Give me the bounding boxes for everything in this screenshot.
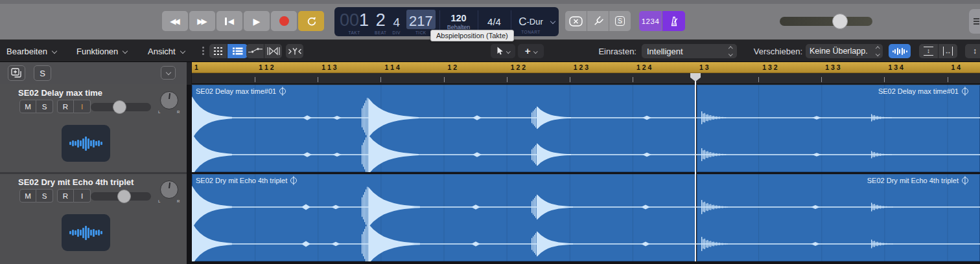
- mode-buttons: S: [565, 11, 631, 31]
- track-header-1[interactable]: SE02 Delay max time M S R I L R: [0, 85, 187, 172]
- key-signature-display[interactable]: C-Dur TONART: [511, 7, 551, 36]
- drag-dropdown[interactable]: Keine Überlapp.: [806, 44, 883, 58]
- header-options-button[interactable]: [161, 66, 176, 80]
- logic-pro-window: ◀◀ ▶▶ ◀ ▶ 001 TAKT 2 BEAT: [0, 0, 980, 264]
- pan-left-label: L: [158, 199, 160, 203]
- ruler-label: 1: [194, 63, 198, 71]
- track-volume-thumb[interactable]: [113, 100, 126, 114]
- input-monitor-button[interactable]: I: [74, 189, 91, 203]
- horizontal-zoom-icon: ↔: [943, 47, 953, 56]
- tick-value-selected: 217: [406, 10, 436, 29]
- position-beat-group[interactable]: 2 BEAT: [375, 10, 387, 35]
- solo-icon: S: [615, 16, 625, 26]
- record-enable-button[interactable]: R: [57, 100, 74, 113]
- tuning-fork-icon: [592, 15, 605, 28]
- track-header-2[interactable]: SE02 Dry mit Echo 4th triplet M S R I L …: [0, 174, 187, 261]
- pan-left-label: L: [158, 110, 160, 114]
- solo-button[interactable]: S: [36, 100, 53, 113]
- master-volume-thumb[interactable]: [832, 14, 848, 29]
- chevron-down-icon: [533, 49, 537, 53]
- follow-tempo-icon: [962, 177, 968, 184]
- command-click-tool-selector[interactable]: +: [518, 44, 544, 58]
- play-button[interactable]: ▶: [244, 11, 270, 31]
- list-editors-button[interactable]: [969, 9, 980, 34]
- grid-view-button[interactable]: [209, 44, 227, 58]
- x-badge-icon: [569, 16, 583, 27]
- position-bar-group[interactable]: 001 TAKT: [340, 10, 369, 35]
- track-name[interactable]: SE02 Delay max time: [18, 88, 102, 98]
- menu-ansicht[interactable]: Ansicht: [148, 44, 185, 58]
- left-click-tool-selector[interactable]: [491, 44, 515, 58]
- flex-button[interactable]: [264, 44, 282, 58]
- waveform-zoom-button[interactable]: [889, 44, 911, 58]
- catch-icon: [288, 47, 302, 56]
- chevron-down-icon: [52, 49, 57, 54]
- vertical-auto-zoom-button[interactable]: ↕: [965, 44, 980, 58]
- transport-controls: ◀◀ ▶▶ ◀ ▶: [162, 11, 324, 31]
- ruler-label: 1 3 3: [825, 63, 840, 71]
- lcd-options-chevron-icon[interactable]: [550, 19, 555, 24]
- ruler-tick: [821, 77, 822, 82]
- track-lane-1: SE02 Delay max time#01 SE02 Delay max ti…: [192, 85, 980, 172]
- playhead-line[interactable]: [695, 74, 696, 261]
- pan-knob[interactable]: [160, 91, 178, 109]
- view-mode-switch: [209, 44, 248, 58]
- mute-button[interactable]: M: [19, 189, 36, 203]
- catch-playhead-button[interactable]: [286, 44, 303, 58]
- count-in-button[interactable]: 1234: [639, 11, 662, 31]
- global-solo-button[interactable]: S: [34, 65, 51, 81]
- region-name: SE02 Dry mit Echo 4th triplet: [196, 177, 297, 184]
- ruler-label: 1 4: [951, 63, 961, 71]
- mute-button[interactable]: M: [19, 100, 36, 113]
- forward-button[interactable]: ▶▶: [189, 11, 215, 31]
- snap-label: Einrasten:: [570, 47, 636, 56]
- metronome-button[interactable]: [662, 11, 685, 31]
- solo-mode-button[interactable]: S: [609, 11, 631, 31]
- ruler-label: 1 2: [448, 63, 458, 71]
- menu-bearbeiten[interactable]: Bearbeiten: [6, 44, 56, 58]
- bar-ruler[interactable]: 11 1 21 1 31 1 41 21 2 21 2 31 2 41 31 3…: [192, 62, 980, 73]
- tracks-view-button[interactable]: [228, 44, 248, 58]
- record-icon: [279, 16, 289, 26]
- cycle-button[interactable]: [298, 11, 324, 31]
- horizontal-zoom-button[interactable]: ↔: [939, 44, 957, 58]
- ruler-tick-strip[interactable]: [192, 73, 980, 84]
- ruler-tick: [884, 77, 885, 82]
- automation-button[interactable]: [246, 44, 264, 58]
- position-div-group[interactable]: 4 DIV: [393, 10, 401, 35]
- ruler-tick: [948, 77, 948, 82]
- region-name: SE02 Delay max time#01: [196, 87, 286, 95]
- lane-divider: [192, 261, 980, 264]
- snap-dropdown[interactable]: Intelligent: [642, 44, 737, 58]
- follow-tempo-icon: [279, 88, 286, 94]
- chevron-down-icon: [165, 69, 170, 74]
- rewind-button[interactable]: ◀◀: [162, 11, 188, 31]
- ruler-tick: [758, 77, 759, 82]
- up-down-chevron-icon: [729, 47, 732, 55]
- go-to-beginning-icon: [225, 17, 227, 25]
- add-track-button[interactable]: [8, 65, 25, 81]
- rewind-icon: ◀◀: [170, 17, 178, 26]
- pan-knob[interactable]: [160, 181, 178, 199]
- record-enable-button[interactable]: R: [57, 189, 74, 203]
- track-icon[interactable]: [62, 214, 110, 251]
- menu-funktionen[interactable]: Funktionen: [76, 44, 127, 58]
- play-icon: ▶: [253, 16, 261, 27]
- go-to-beginning-button[interactable]: ◀: [216, 11, 242, 31]
- solo-button[interactable]: S: [36, 189, 53, 203]
- track-icon[interactable]: [62, 125, 110, 162]
- track-volume-thumb[interactable]: [117, 190, 131, 203]
- record-button[interactable]: [271, 11, 297, 31]
- add-track-icon: [11, 68, 23, 78]
- ruler-label: 1 2 4: [636, 63, 651, 71]
- metronome-icon: [669, 16, 679, 27]
- tuner-button[interactable]: [587, 11, 609, 31]
- replace-mode-button[interactable]: [565, 11, 587, 31]
- master-volume-slider[interactable]: [780, 17, 872, 26]
- vertical-zoom-button[interactable]: ↕: [919, 44, 938, 58]
- input-monitor-button[interactable]: I: [74, 100, 91, 113]
- playhead-position-display[interactable]: 001 TAKT 2 BEAT 4 DIV 217 TICK: [340, 10, 436, 35]
- ruler-tick: [444, 77, 445, 82]
- toolbar-grip-handle[interactable]: [202, 47, 204, 49]
- track-name[interactable]: SE02 Dry mit Echo 4th triplet: [18, 177, 134, 187]
